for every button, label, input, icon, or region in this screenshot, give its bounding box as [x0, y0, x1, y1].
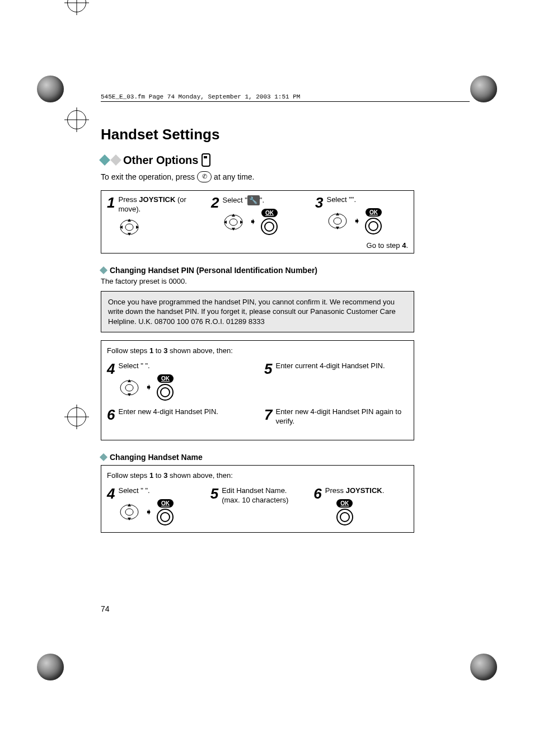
- joystick-vert-icon: [118, 503, 140, 522]
- follow-intro: Follow steps 1 to 3 shown above, then:: [107, 471, 408, 480]
- procedure-initial: 1 Press JOYSTICK (or move). 2 Select "🔧"…: [101, 190, 414, 253]
- text: Enter new 4-digit Handset PIN again to v…: [275, 407, 408, 426]
- step-number: 5: [210, 486, 218, 525]
- page-content: Handset Settings Other Options To exit t…: [101, 126, 414, 533]
- page-title: Handset Settings: [101, 126, 414, 143]
- crop-target-bl: [67, 0, 86, 12]
- step-number: 1: [107, 195, 115, 237]
- joystick-icon: [118, 218, 140, 237]
- arrow-right-icon: ➧: [145, 382, 152, 393]
- joystick-vert-icon: [118, 378, 140, 397]
- step-number: 4: [107, 361, 115, 401]
- text: .: [382, 486, 385, 495]
- subheading-name: Changing Handset Name: [101, 453, 414, 462]
- joystick-word: JOYSTICK: [346, 486, 382, 495]
- ok-badge: OK: [157, 374, 174, 383]
- step-5: 5 Edit Handset Name. (max. 10 characters…: [210, 486, 305, 525]
- diamond-icon: [100, 453, 107, 461]
- procedure-pin: Follow steps 1 to 3 shown above, then: 4…: [101, 340, 414, 440]
- text: ".: [352, 195, 356, 204]
- step-5: 5 Enter current 4-digit Handset PIN.: [264, 361, 408, 401]
- info-box-pin: Once you have programmed the handset PIN…: [101, 291, 414, 333]
- ok-button-graphic: OK: [157, 499, 174, 525]
- joystick-word: JOYSTICK: [139, 195, 175, 204]
- ok-button-graphic: OK: [365, 208, 382, 234]
- subheading-text: Changing Handset Name: [110, 453, 203, 462]
- crop-sphere-br: [470, 654, 497, 680]
- factory-preset-text: The factory preset is 0000.: [101, 277, 414, 285]
- step-1: 1 Press JOYSTICK (or move).: [107, 195, 200, 237]
- step-number: 3: [315, 195, 323, 237]
- ok-button-graphic: OK: [157, 374, 174, 401]
- step-4: 4 Select " ". ➧ OK: [107, 361, 251, 401]
- svg-point-21: [125, 509, 133, 515]
- text: (max. 10 characters): [222, 496, 288, 505]
- text: Enter new 4-digit Handset PIN.: [118, 407, 218, 426]
- ok-button-graphic: OK: [261, 209, 278, 235]
- ok-badge: OK: [261, 209, 278, 217]
- page-number: 74: [101, 604, 110, 613]
- handset-icon: [202, 153, 210, 167]
- diamond-icon: [99, 154, 110, 166]
- step-number: 4: [107, 486, 115, 525]
- procedure-name: Follow steps 1 to 3 shown above, then: 4…: [101, 465, 414, 533]
- text: Press: [118, 195, 139, 204]
- step-number: 2: [211, 195, 219, 237]
- crop-target-ml: [67, 407, 86, 426]
- ok-badge: OK: [157, 499, 174, 508]
- step-7: 7 Enter new 4-digit Handset PIN again to…: [264, 407, 408, 426]
- arrow-right-icon: ➧: [353, 215, 360, 227]
- text: Select ": [222, 196, 247, 204]
- arrow-right-icon: ➧: [145, 506, 152, 518]
- step-number: 6: [107, 407, 115, 426]
- diamond-icon: [100, 266, 107, 274]
- step-number: 6: [313, 486, 321, 525]
- text: Select " ".: [118, 486, 174, 496]
- ok-badge: OK: [366, 208, 382, 217]
- crop-sphere-tr: [470, 76, 497, 102]
- step-number: 7: [264, 407, 272, 426]
- joystick-vert-icon: [326, 212, 349, 231]
- arrow-right-icon: ➧: [249, 216, 256, 228]
- crop-sphere-bl: [37, 654, 64, 680]
- text: at any time.: [214, 172, 254, 181]
- joystick-icon: [222, 213, 245, 232]
- text: Press: [325, 486, 346, 495]
- svg-point-7: [229, 219, 237, 226]
- text: Edit Handset Name.: [222, 486, 288, 496]
- ok-badge: OK: [336, 499, 353, 508]
- wrench-icon: 🔧: [247, 195, 260, 205]
- text: Enter current 4-digit Handset PIN.: [275, 361, 385, 401]
- goto-step: Go to step 4.: [107, 241, 408, 250]
- step-3: 3 Select "". ➧ OK: [315, 195, 408, 237]
- text: Select " ".: [118, 361, 174, 371]
- text: ".: [260, 196, 264, 204]
- hangup-icon: ✆: [197, 171, 212, 182]
- crop-sphere-tl: [37, 76, 64, 102]
- svg-point-1: [125, 224, 133, 231]
- step-4: 4 Select " ". ➧ OK: [107, 486, 202, 525]
- subheading-text: Changing Handset PIN (Personal Identific…: [110, 266, 317, 275]
- exit-instruction: To exit the operation, press ✆ at any ti…: [101, 171, 414, 182]
- text: To exit the operation, press: [101, 172, 195, 181]
- step-number: 5: [264, 361, 272, 401]
- step-6: 6 Press JOYSTICK. OK: [313, 486, 408, 525]
- crop-target-tl: [67, 110, 86, 129]
- subheading-pin: Changing Handset PIN (Personal Identific…: [101, 266, 414, 275]
- section-title: Other Options: [123, 154, 198, 167]
- text: Select ": [326, 195, 351, 204]
- source-file-header: 545E_E_03.fm Page 74 Monday, September 1…: [101, 93, 470, 102]
- diamond-icon: [110, 154, 121, 166]
- step-2: 2 Select "🔧". ➧ OK: [211, 195, 304, 237]
- ok-button-graphic: OK: [336, 499, 353, 525]
- follow-intro: Follow steps 1 to 3 shown above, then:: [107, 346, 408, 355]
- svg-point-13: [334, 218, 341, 224]
- section-heading-row: Other Options: [101, 153, 414, 167]
- svg-point-17: [125, 384, 133, 391]
- step-6: 6 Enter new 4-digit Handset PIN.: [107, 407, 251, 426]
